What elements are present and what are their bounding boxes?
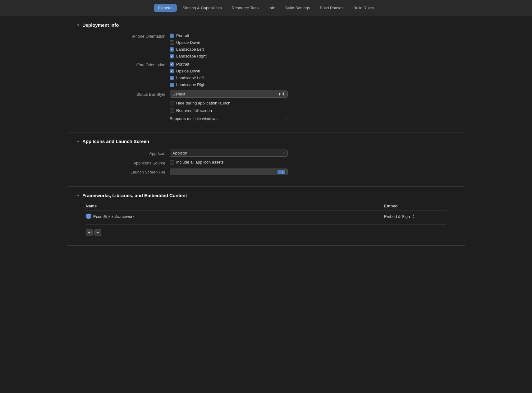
iphone-orientation-checks: Portrait Upside Down Landscape Left Land… xyxy=(170,33,207,59)
iphone-portrait-row: Portrait xyxy=(170,33,207,38)
frameworks-chevron-icon: ▼ xyxy=(76,194,80,197)
app-icon-value: AppIcon xyxy=(172,151,187,155)
frameworks-table-header: Name Embed xyxy=(86,204,446,210)
frameworks-section-header[interactable]: ▼ Frameworks, Libraries, and Embedded Co… xyxy=(76,193,456,198)
framework-icon xyxy=(86,214,91,219)
table-row[interactable]: EcomSdk.xcframework Embed & Sign ▲ ▼ xyxy=(86,212,446,221)
app-icons-source-label: App Icons Source xyxy=(76,160,170,165)
frameworks-section: ▼ Frameworks, Libraries, and Embedded Co… xyxy=(67,187,465,246)
iphone-landscape-right-row: Landscape Right xyxy=(170,54,207,58)
app-icon-label: App Icon xyxy=(76,150,170,156)
tab-bar: General Signing & Capabilities Resource … xyxy=(0,0,532,16)
supports-multiple-windows-container: Supports multiple windows → xyxy=(170,116,288,121)
ipad-landscape-right-label: Landscape Right xyxy=(176,82,207,87)
hide-launch-empty-label xyxy=(76,103,170,104)
status-bar-dropdown[interactable]: Default ⬆⬇ xyxy=(170,90,288,98)
app-icons-section-header[interactable]: ▼ App Icons and Launch Screen xyxy=(76,139,456,144)
app-icons-source-checkbox[interactable] xyxy=(170,160,174,164)
iphone-orientation-row: iPhone Orientation Portrait Upside Down … xyxy=(76,33,456,59)
frameworks-table: Name Embed EcomSdk.xcframework Embed & S… xyxy=(86,204,446,236)
ipad-upsidedown-checkbox[interactable] xyxy=(170,69,174,73)
launch-screen-arrow-icon: ⌃⌄ xyxy=(277,170,285,174)
svg-rect-0 xyxy=(86,215,91,218)
ipad-upsidedown-label: Upside Down xyxy=(176,69,200,73)
ipad-landscape-left-row: Landscape Left xyxy=(170,76,207,80)
hide-launch-row: Hide during application launch xyxy=(76,101,456,106)
app-icons-source-checkbox-row: Include all app icon assets xyxy=(170,160,223,164)
table-actions: + − xyxy=(86,229,446,236)
ipad-portrait-checkbox[interactable] xyxy=(170,62,174,67)
stepper-down-icon: ▼ xyxy=(412,216,415,219)
ipad-orientation-row: iPad Orientation Portrait Upside Down La… xyxy=(76,62,456,88)
iphone-landscape-right-label: Landscape Right xyxy=(176,54,207,58)
tab-build-rules[interactable]: Build Rules xyxy=(349,4,378,12)
app-icons-source-row: App Icons Source Include all app icon as… xyxy=(76,160,456,165)
app-icons-source-option: Include all app icon assets xyxy=(176,160,223,164)
main-content: ▼ Deployment Info iPhone Orientation Por… xyxy=(67,16,465,246)
hide-launch-checkbox[interactable] xyxy=(170,101,174,105)
svg-rect-1 xyxy=(86,214,91,215)
full-screen-empty-label xyxy=(76,111,170,111)
iphone-upsidedown-row: Upside Down xyxy=(170,40,207,45)
ipad-portrait-label: Portrait xyxy=(176,62,189,67)
ipad-orientation-label: iPad Orientation xyxy=(76,62,170,67)
deployment-section-header[interactable]: ▼ Deployment Info xyxy=(76,22,456,28)
tab-resource-tags[interactable]: Resource Tags xyxy=(227,4,263,12)
app-icons-section: ▼ App Icons and Launch Screen App Icon A… xyxy=(67,132,465,187)
launch-screen-label: Launch Screen File xyxy=(76,169,170,174)
embed-value: Embed & Sign ▲ ▼ xyxy=(384,214,446,219)
deployment-section: ▼ Deployment Info iPhone Orientation Por… xyxy=(67,16,465,132)
tab-signing[interactable]: Signing & Capabilities xyxy=(178,4,226,12)
iphone-portrait-label: Portrait xyxy=(176,33,189,38)
iphone-portrait-checkbox[interactable] xyxy=(170,34,174,38)
launch-screen-dropdown[interactable]: ⌃⌄ xyxy=(170,169,288,175)
frameworks-col-embed: Embed xyxy=(384,204,446,208)
table-separator xyxy=(86,224,446,225)
ipad-landscape-right-row: Landscape Right xyxy=(170,82,207,87)
embed-stepper[interactable]: ▲ ▼ xyxy=(412,214,415,219)
ipad-landscape-left-checkbox[interactable] xyxy=(170,76,174,80)
supports-multiple-windows-label: Supports multiple windows xyxy=(170,116,218,121)
iphone-landscape-left-checkbox[interactable] xyxy=(170,47,174,52)
full-screen-row: Requires full screen xyxy=(76,108,456,114)
embed-text: Embed & Sign xyxy=(384,214,410,219)
tab-general[interactable]: General xyxy=(154,4,177,12)
dropdown-arrow-icon: ⬆⬇ xyxy=(278,92,285,96)
app-icon-row: App Icon AppIcon + xyxy=(76,150,456,157)
iphone-landscape-right-checkbox[interactable] xyxy=(170,54,174,58)
full-screen-label: Requires full screen xyxy=(176,108,212,113)
frameworks-col-name: Name xyxy=(86,204,384,208)
status-bar-label: Status Bar Style xyxy=(76,91,170,97)
deployment-chevron-icon: ▼ xyxy=(76,23,80,27)
launch-screen-row: Launch Screen File ⌃⌄ xyxy=(76,169,456,175)
ipad-portrait-row: Portrait xyxy=(170,62,207,67)
ipad-upsidedown-row: Upside Down xyxy=(170,69,207,73)
app-icons-title: App Icons and Launch Screen xyxy=(82,139,149,144)
multiple-windows-row: Supports multiple windows → xyxy=(76,116,456,121)
hide-launch-checkbox-row: Hide during application launch xyxy=(170,101,230,105)
add-framework-button[interactable]: + xyxy=(86,229,93,236)
multiple-windows-empty-label xyxy=(76,118,170,119)
hide-launch-label: Hide during application launch xyxy=(176,101,230,105)
frameworks-title: Frameworks, Libraries, and Embedded Cont… xyxy=(82,193,187,198)
ipad-landscape-left-label: Landscape Left xyxy=(176,76,204,80)
tab-info[interactable]: Info xyxy=(264,4,280,12)
svg-rect-2 xyxy=(87,218,90,219)
iphone-orientation-label: iPhone Orientation xyxy=(76,33,170,39)
ipad-orientation-checks: Portrait Upside Down Landscape Left Land… xyxy=(170,62,207,88)
full-screen-checkbox[interactable] xyxy=(170,109,174,113)
status-bar-value: Default xyxy=(172,92,185,96)
framework-name: EcomSdk.xcframework xyxy=(93,214,384,219)
tab-build-phases[interactable]: Build Phases xyxy=(315,4,348,12)
remove-framework-button[interactable]: − xyxy=(94,229,101,236)
iphone-landscape-left-label: Landscape Left xyxy=(176,47,204,52)
app-icon-plus-icon[interactable]: + xyxy=(282,151,285,155)
supports-multiple-windows-arrow-icon[interactable]: → xyxy=(284,116,288,121)
ipad-landscape-right-checkbox[interactable] xyxy=(170,83,174,87)
iphone-upsidedown-label: Upside Down xyxy=(176,40,200,45)
status-bar-row: Status Bar Style Default ⬆⬇ xyxy=(76,90,456,98)
tab-build-settings[interactable]: Build Settings xyxy=(281,4,314,12)
iphone-upsidedown-checkbox[interactable] xyxy=(170,40,174,45)
app-icons-chevron-icon: ▼ xyxy=(76,140,80,143)
deployment-title: Deployment Info xyxy=(82,22,119,28)
